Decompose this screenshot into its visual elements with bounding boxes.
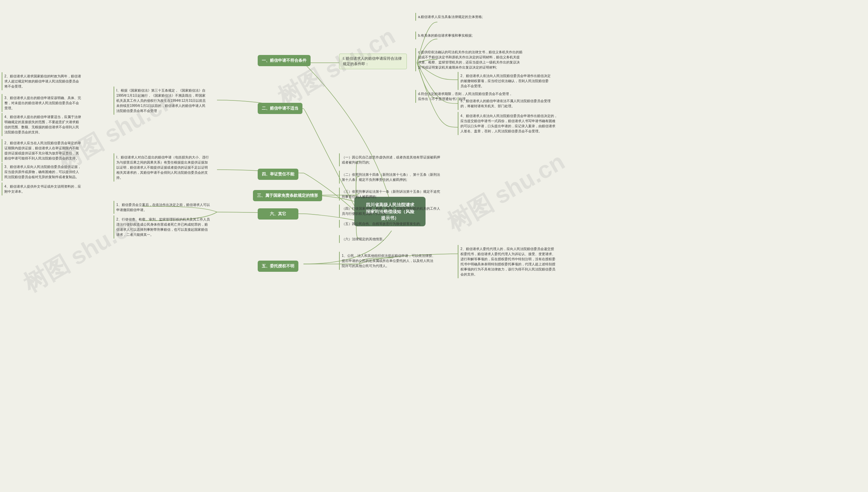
branch3-item6: （六）法律规定的其他情形。 bbox=[339, 235, 387, 243]
mind-map: 四川省高级人民法院请求国家司法赔偿须知（风险提示书） 一、赔信申请不符合条件 I… bbox=[0, 0, 868, 492]
branch6-item1: 1、赔信委员会立案后，在依法作出决定之前，赔信请求人可以申请撤回赔信申请。 bbox=[114, 201, 212, 214]
right-node-2: 2、赔信请求人依法向人民法院赔信委员会申请作出赔信决定的被撤销权要项，应当经过依… bbox=[458, 72, 553, 90]
branch4-left-item1: 2、赔信请求人应当在人民法院赔信委员会审定的举证期限内提供证据，赔信请求人在举证… bbox=[2, 139, 83, 162]
branch3-item2: （二）依照刑法第十四条（新刑法第十七条）、第十五条（新刑法第十八条）规定不负刑事… bbox=[339, 171, 444, 184]
branch4-left-item2: 3、赔信请求人应向人民法院赔信委员会提供证据，应当提供原件或原物，确有困难的，可… bbox=[2, 163, 83, 181]
branch3-item5: （五）因公民自伤、自残等故意行为致使损害发生的; bbox=[339, 220, 422, 228]
watermark-3: 树图 shu.cn bbox=[441, 146, 570, 239]
branch2-left-item3: 4、赔信请求人提出的赔信申请要适当，应属于法律明确规定的直接损失的范围，不要超意… bbox=[2, 113, 83, 136]
branch5-item2: 2、赔信请求人委托代理人的，应向人民法院赔信委员会递交授权委托书，赔信请求人委托… bbox=[458, 245, 558, 278]
branch3-item4: （四）行使国家侦查、检察、审判、监狱管理职权的机关的工作人员与行使职权无关的个人… bbox=[339, 205, 444, 217]
branch3-item1: （一）因公民自己故意作虚伪供述，或者伪造其他有罪证据被羁押或者被判处刑罚的; bbox=[339, 153, 444, 166]
right-node-3: 3、赔信请求人的赔信申请依法不属人民法院赔信委员会受理的，将被转请有关机关、部门… bbox=[458, 97, 553, 110]
branch-node-2: 二、赔信申请不适当 bbox=[258, 103, 302, 114]
branch-node-6: 六、其它 bbox=[258, 208, 298, 220]
branch2-left-item2: 3、赔信请求人提出的赔信申请应该明确、具体、完整，对未提出的赔信请求人民法院赔信… bbox=[2, 94, 83, 112]
branch4-left-item3: 4、赔信请求人提供外文书证或外文说明资料的，应附中文译本。 bbox=[2, 183, 83, 195]
branch1-item-c: c.提供经依法确认的司法机关作出的法律文书，赔信义务机关作出的赔信或不予赔信决定… bbox=[415, 48, 524, 71]
right-node-4: 4、赔信请求人依法向人民法院赔信委员会申请作出赔信决定的，应当提交赔信申请书一式… bbox=[458, 112, 559, 135]
branch-node-4: 四、举证责任不能 bbox=[258, 169, 298, 180]
branch3-item3: （三）依照刑事诉讼法第十一条（新刑诉法第十五条）规定不追究刑事责任的人被羁押的; bbox=[339, 188, 444, 201]
branch-node-5: 五、委托授权不明 bbox=[258, 261, 298, 272]
branch4-left-item4-I: I、赔信请求人对自己提出的赔信申请（包括损失的大小、违行为与损害后果之间的因果关… bbox=[114, 153, 212, 182]
branch1-item-a: a.赔信请求人应当具备法律规定的主体资格; bbox=[415, 13, 484, 21]
branch-node-3: 三、属于国家免责条款规定的情形 bbox=[253, 190, 322, 201]
branch6-item2: 2、行使侦查、检察、审判、监狱管理职权的机关及其工作人员违法行使职权造成公民身体… bbox=[114, 215, 212, 239]
branch1-sub1: I. 赔信请求人的赔信申请应符合法律规定的条件即： bbox=[339, 54, 407, 69]
branch2-left-item1: 2、赔信请求人请求国家赔信的时效为两年，赔信请求人超过规定时效的赔信申请人民法院… bbox=[2, 72, 83, 90]
branch-node-1: 一、赔信申请不符合条件 bbox=[258, 55, 311, 66]
branch2-left-item4-I: I、根据《国家赔信法》第三十五条规定，《国家赔信法》自1995年1月1日起施行，… bbox=[114, 87, 209, 115]
branch5-item1: 1、公民、法人和其他组织依法提起赔信申请，可以依法律授、提出申请的公民的近亲属或… bbox=[339, 252, 437, 270]
connections-svg bbox=[0, 0, 868, 492]
branch1-item-b: b.有具体的赔信请求事项和事实根据; bbox=[415, 32, 474, 39]
